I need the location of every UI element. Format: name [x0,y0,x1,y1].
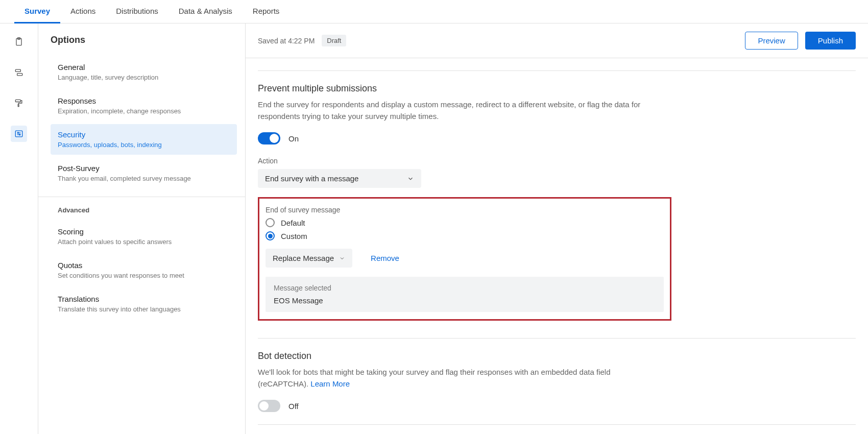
sidebar-heading-advanced: Advanced [51,206,237,221]
section-bot-detection: Bot detection We'll look for bots that m… [258,351,856,412]
flow-icon[interactable] [11,64,27,81]
message-selected-caption: Message selected [274,284,656,292]
eos-label: End of survey message [266,206,664,214]
toggle-label: On [288,134,299,143]
saved-timestamp: Saved at 4:22 PM [258,37,315,45]
radio-icon [266,231,275,240]
icon-rail [0,23,38,434]
sidebar-item-general[interactable]: General Language, title, survey descript… [51,57,237,87]
sidebar-item-label: Translations [58,295,230,303]
section-desc: End the survey for respondents and displ… [258,99,656,122]
section-divider [258,424,856,425]
radio-default[interactable]: Default [266,218,664,227]
message-preview: Message selected EOS Message [266,277,664,312]
toggle-bot-detection[interactable] [258,400,280,412]
sidebar-divider [38,197,245,197]
preview-button[interactable]: Preview [745,32,798,50]
sidebar-item-translations[interactable]: Translations Translate this survey into … [51,288,237,319]
toggle-prevent-multiple[interactable] [258,132,280,144]
content-body[interactable]: Prevent multiple submissions End the sur… [246,58,868,434]
eos-highlight-box: End of survey message Default Custom Rep… [258,197,671,321]
options-sidebar: Options General Language, title, survey … [38,23,246,434]
section-divider [258,338,856,339]
clipboard-icon[interactable] [11,34,27,50]
section-title: Prevent multiple submissions [258,83,856,94]
content-area: Saved at 4:22 PM Draft Preview Publish P… [246,23,868,434]
section-desc: We'll look for bots that might be taking… [258,367,656,390]
section-prevent-multiple: Prevent multiple submissions End the sur… [258,83,856,321]
section-divider [258,70,856,71]
tab-actions[interactable]: Actions [60,0,106,23]
section-title: Bot detection [258,351,856,361]
message-selected-value: EOS Message [274,296,656,305]
svg-rect-6 [15,131,22,137]
message-actions: Replace Message Remove [266,249,664,268]
replace-message-label: Replace Message [273,254,334,262]
sidebar-item-post-survey[interactable]: Post-Survey Thank you email, completed s… [51,158,237,188]
paint-roller-icon[interactable] [11,95,27,111]
toggle-label: Off [288,402,299,411]
radio-label: Custom [281,232,307,240]
sliders-icon[interactable] [11,126,27,142]
sidebar-item-label: Quotas [58,261,230,270]
toggle-row-prevent: On [258,132,856,144]
sidebar-item-responses[interactable]: Responses Expiration, incomplete, change… [51,90,237,121]
sidebar-item-label: Scoring [58,227,230,236]
sidebar-item-label: Post-Survey [58,164,230,173]
learn-more-link[interactable]: Learn More [310,379,350,388]
radio-custom[interactable]: Custom [266,231,664,240]
sidebar-item-desc: Translate this survey into other languag… [58,305,230,313]
sidebar-item-label: General [58,63,230,71]
action-select-value: End survey with a message [265,174,358,183]
sidebar-item-desc: Language, title, survey description [58,74,230,81]
draft-badge: Draft [322,35,346,46]
sidebar-item-desc: Passwords, uploads, bots, indexing [58,141,230,149]
sidebar-item-desc: Expiration, incomplete, change responses [58,107,230,115]
sidebar-title: Options [51,35,237,45]
sidebar-item-desc: Attach point values to specific answers [58,238,230,246]
sidebar-item-label: Responses [58,97,230,105]
content-header: Saved at 4:22 PM Draft Preview Publish [246,23,868,58]
publish-button[interactable]: Publish [805,32,856,50]
svg-point-10 [19,134,20,135]
radio-label: Default [281,219,305,227]
replace-message-dropdown[interactable]: Replace Message [266,249,352,268]
svg-rect-4 [15,100,20,102]
svg-rect-2 [15,69,20,71]
chevron-down-icon [407,175,414,182]
radio-icon [266,218,275,227]
tab-data-analysis[interactable]: Data & Analysis [168,0,243,23]
action-field-label: Action [258,157,856,165]
sidebar-item-quotas[interactable]: Quotas Set conditions you want responses… [51,255,237,285]
action-select[interactable]: End survey with a message [258,169,421,188]
tab-survey[interactable]: Survey [14,0,60,23]
svg-point-9 [17,132,18,133]
toggle-row-bot: Off [258,400,856,412]
remove-link[interactable]: Remove [371,254,399,262]
top-nav: Survey Actions Distributions Data & Anal… [0,0,868,23]
sidebar-item-desc: Set conditions you want responses to mee… [58,272,230,279]
sidebar-item-desc: Thank you email, completed survey messag… [58,175,230,182]
chevron-down-icon [339,255,345,261]
tab-reports[interactable]: Reports [243,0,290,23]
tab-distributions[interactable]: Distributions [106,0,168,23]
sidebar-item-scoring[interactable]: Scoring Attach point values to specific … [51,221,237,252]
svg-rect-3 [17,74,22,76]
sidebar-item-label: Security [58,130,230,139]
sidebar-item-security[interactable]: Security Passwords, uploads, bots, index… [51,124,237,155]
svg-rect-5 [18,105,19,107]
